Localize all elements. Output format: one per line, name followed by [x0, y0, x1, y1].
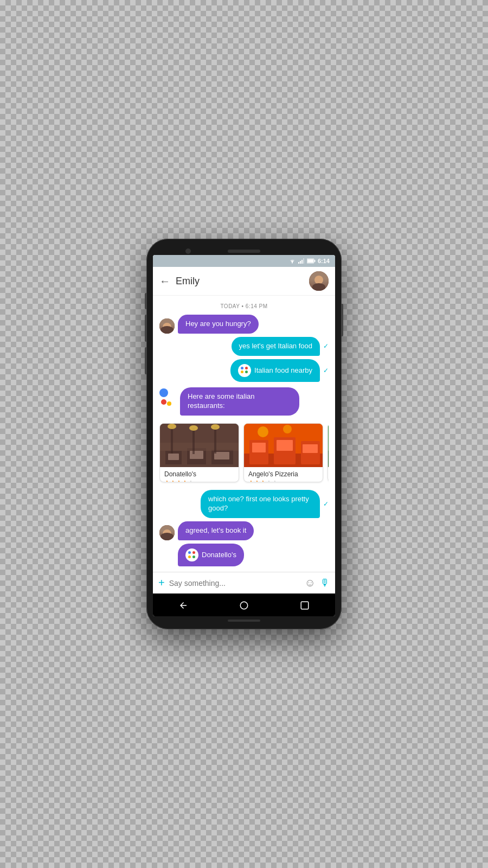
home-nav-button[interactable]: [237, 599, 251, 612]
assistant-donatello-row: Donatello's: [159, 544, 329, 566]
star-3: ★: [260, 479, 266, 483]
phone-top-bar: [153, 245, 335, 255]
star-4: ★: [266, 479, 272, 483]
phone-screen: 6:14 ← Emily TODAY • 6:14 PM Hey are you…: [153, 255, 335, 616]
recents-nav-button[interactable]: [298, 599, 311, 612]
status-time: 6:14: [318, 258, 330, 264]
card-body: Paolo's Piz ★ ★ ★ ★ Italian: [328, 467, 329, 483]
bubble-text: Donatello's: [202, 551, 236, 560]
bubble-text: Italian food nearby: [254, 366, 312, 374]
card-body: Donatello's ★ ★ ★ ★ ★ $$ • 0.1 mi Italia…: [160, 467, 239, 483]
svg-point-21: [211, 424, 220, 430]
chat-area: TODAY • 6:14 PM Hey are you hungry? yes …: [153, 296, 335, 572]
big-dot-blue: [159, 388, 168, 397]
status-bar: 6:14: [153, 255, 335, 267]
star-rating: ★ ★ ★ ★ ★: [248, 479, 318, 483]
dot-green: [245, 371, 248, 373]
restaurant-card[interactable]: Donatello's ★ ★ ★ ★ ★ $$ • 0.1 mi Italia…: [159, 423, 239, 483]
svg-rect-41: [301, 602, 309, 609]
restaurant-name: Donatello's: [164, 470, 234, 478]
avatar-face-small: [159, 318, 175, 334]
bubble-text: Hey are you hungry?: [185, 320, 251, 328]
camera-button: [145, 347, 146, 374]
svg-rect-7: [307, 259, 313, 263]
read-receipt: ✓: [323, 500, 329, 508]
sender-avatar: [159, 525, 175, 540]
svg-point-19: [168, 424, 176, 429]
restaurant-image: [328, 424, 329, 467]
read-receipt: ✓: [323, 342, 329, 350]
contact-avatar[interactable]: [309, 271, 329, 291]
star-3: ★: [176, 479, 182, 483]
svg-rect-29: [303, 444, 318, 453]
star-1: ★: [164, 479, 170, 483]
volume-down-button: [145, 315, 146, 342]
svg-rect-6: [314, 260, 315, 262]
assistant-bubble: Here are some italian restaurants:: [180, 387, 299, 416]
chat-bubble: agreed, let's book it: [178, 521, 254, 540]
assistant-donatello-bubble: Donatello's: [178, 544, 244, 566]
emoji-button[interactable]: ☺: [305, 577, 316, 589]
google-assistant-icon: [238, 364, 251, 377]
sender-avatar: [159, 318, 175, 334]
restaurant-interior-1: [160, 424, 239, 467]
wifi-icon: [288, 258, 296, 264]
mic-button[interactable]: 🎙: [320, 577, 330, 589]
dot-red: [245, 367, 248, 369]
phone-bottom-bar: [153, 616, 335, 623]
bottom-indicator: [228, 620, 260, 622]
back-button[interactable]: ←: [159, 275, 170, 288]
svg-rect-2: [300, 261, 301, 264]
svg-rect-18: [214, 427, 216, 454]
big-dot-yellow: [167, 401, 171, 406]
back-nav-button[interactable]: [177, 599, 190, 612]
recents-nav-icon: [300, 601, 310, 610]
earpiece-speaker: [228, 250, 260, 253]
big-dot-red: [161, 399, 166, 405]
restaurant-cards[interactable]: Donatello's ★ ★ ★ ★ ★ $$ • 0.1 mi Italia…: [159, 423, 329, 485]
add-button[interactable]: +: [158, 577, 165, 589]
message-input[interactable]: [169, 579, 300, 588]
star-5: ★: [272, 479, 278, 483]
input-bar: + ☺ 🎙: [153, 572, 335, 593]
restaurant-interior-3: [328, 424, 329, 467]
star-1: ★: [248, 479, 254, 483]
message-row-right: which one? first one looks pretty good? …: [159, 490, 329, 518]
svg-rect-4: [303, 258, 304, 264]
star-4: ★: [182, 479, 188, 483]
assistant-teal-bubble: Italian food nearby: [230, 359, 320, 382]
restaurant-image: [160, 424, 239, 467]
contact-name: Emily: [176, 276, 304, 287]
google-dots-small: [188, 551, 196, 559]
google-assistant-large-icon: [159, 388, 177, 406]
svg-rect-27: [252, 443, 266, 452]
volume-up-button: [145, 293, 146, 309]
restaurant-card[interactable]: Angelo's Pizzeria ★ ★ ★ ★ ★ $ • 0.3 mi I…: [243, 423, 323, 483]
svg-rect-14: [214, 452, 229, 459]
restaurant-card[interactable]: Paolo's Piz ★ ★ ★ ★ Italian: [328, 423, 329, 483]
assistant-row: Here are some italian restaurants:: [159, 387, 329, 416]
restaurant-interior-2: [244, 424, 323, 467]
star-rating: ★ ★ ★ ★ ★: [164, 479, 234, 483]
svg-point-31: [283, 425, 292, 433]
svg-rect-17: [192, 428, 195, 454]
svg-rect-28: [277, 440, 293, 451]
avatar-face: [309, 271, 329, 291]
assistant-bubble-container: Italian food nearby ✓: [159, 359, 329, 382]
phone-device: 6:14 ← Emily TODAY • 6:14 PM Hey are you…: [146, 239, 342, 629]
back-nav-icon: [178, 601, 188, 610]
message-row-right: yes let's get Italian food ✓: [159, 337, 329, 356]
bubble-text: yes let's get Italian food: [239, 342, 312, 350]
card-body: Angelo's Pizzeria ★ ★ ★ ★ ★ $ • 0.3 mi I…: [244, 467, 323, 483]
chat-bubble-sent: which one? first one looks pretty good?: [201, 490, 320, 518]
svg-point-0: [292, 263, 293, 264]
bubble-text: agreed, let's book it: [185, 526, 246, 534]
avatar-face-small: [159, 525, 175, 540]
battery-icon: [307, 258, 316, 264]
google-assistant-icon-small: [185, 548, 198, 561]
dot-blue: [241, 367, 243, 369]
app-header: ← Emily: [153, 267, 335, 296]
svg-rect-16: [171, 426, 173, 454]
message-row: agreed, let's book it: [159, 521, 329, 540]
signal-icon: [298, 258, 305, 264]
